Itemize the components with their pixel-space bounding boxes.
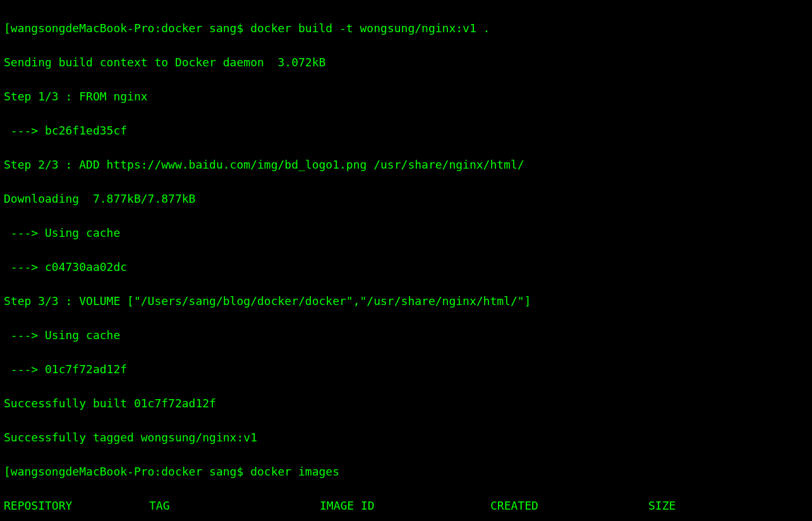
build-output-line: Sending build context to Docker daemon 3… — [4, 54, 811, 71]
images-header-row: REPOSITORYTAGIMAGE IDCREATEDSIZE — [4, 497, 811, 514]
build-output-line: ---> c04730aa02dc — [4, 258, 811, 275]
build-output-line: ---> 01c7f72ad12f — [4, 361, 811, 378]
col-tag-header: TAG — [149, 497, 320, 514]
terminal[interactable]: [wangsongdeMacBook-Pro:docker sang$ dock… — [0, 0, 812, 521]
prompt-2: [wangsongdeMacBook-Pro:docker sang$ — [4, 465, 250, 478]
col-created-header: CREATED — [490, 497, 648, 514]
build-output-line: Step 2/3 : ADD https://www.baidu.com/img… — [4, 156, 811, 173]
build-output-line: Step 1/3 : FROM nginx — [4, 88, 811, 105]
build-output-line: Downloading 7.877kB/7.877kB — [4, 190, 811, 207]
build-output-line: ---> Using cache — [4, 326, 811, 344]
build-output-line: Successfully tagged wongsung/nginx:v1 — [4, 429, 811, 446]
prompt-1: [wangsongdeMacBook-Pro:docker sang$ — [4, 21, 250, 35]
build-output-line: ---> Using cache — [4, 224, 811, 241]
line-prompt-2: [wangsongdeMacBook-Pro:docker sang$ dock… — [4, 463, 811, 480]
command-2: docker images — [250, 465, 339, 478]
col-image-id-header: IMAGE ID — [320, 497, 490, 514]
build-output-line: ---> bc26f1ed35cf — [4, 122, 811, 139]
build-output-line: Successfully built 01c7f72ad12f — [4, 395, 811, 412]
command-1: docker build -t wongsung/nginx:v1 . — [250, 21, 490, 35]
build-output-line: Step 3/3 : VOLUME ["/Users/sang/blog/doc… — [4, 292, 811, 309]
line-prompt-1: [wangsongdeMacBook-Pro:docker sang$ dock… — [4, 20, 811, 37]
col-size-header: SIZE — [648, 497, 676, 514]
col-repository-header: REPOSITORY — [4, 497, 149, 514]
